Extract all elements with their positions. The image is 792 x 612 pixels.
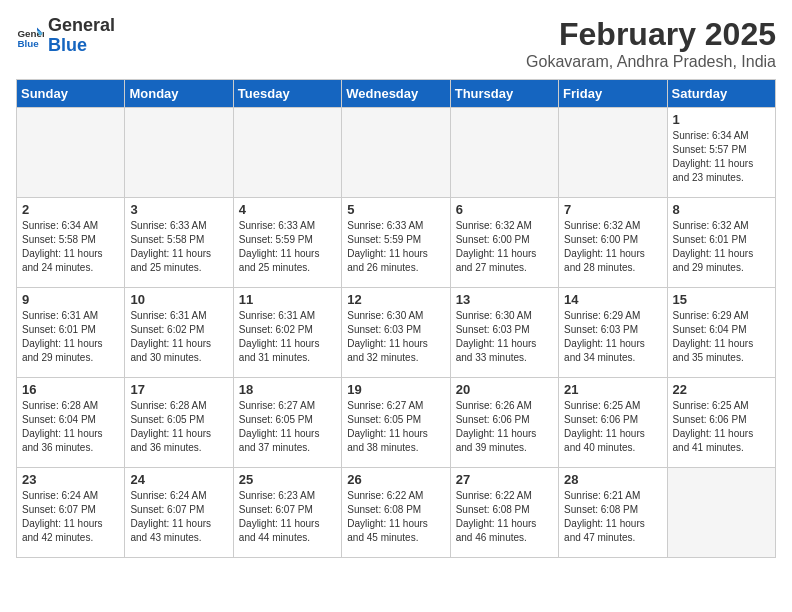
day-cell: 11Sunrise: 6:31 AM Sunset: 6:02 PM Dayli… (233, 288, 341, 378)
weekday-header-monday: Monday (125, 80, 233, 108)
day-info: Sunrise: 6:30 AM Sunset: 6:03 PM Dayligh… (456, 309, 553, 365)
week-row-4: 16Sunrise: 6:28 AM Sunset: 6:04 PM Dayli… (17, 378, 776, 468)
day-cell: 20Sunrise: 6:26 AM Sunset: 6:06 PM Dayli… (450, 378, 558, 468)
day-info: Sunrise: 6:29 AM Sunset: 6:03 PM Dayligh… (564, 309, 661, 365)
day-cell (17, 108, 125, 198)
day-number: 24 (130, 472, 227, 487)
day-number: 15 (673, 292, 770, 307)
day-info: Sunrise: 6:29 AM Sunset: 6:04 PM Dayligh… (673, 309, 770, 365)
day-cell (233, 108, 341, 198)
day-info: Sunrise: 6:26 AM Sunset: 6:06 PM Dayligh… (456, 399, 553, 455)
day-cell: 28Sunrise: 6:21 AM Sunset: 6:08 PM Dayli… (559, 468, 667, 558)
day-info: Sunrise: 6:28 AM Sunset: 6:04 PM Dayligh… (22, 399, 119, 455)
day-cell: 15Sunrise: 6:29 AM Sunset: 6:04 PM Dayli… (667, 288, 775, 378)
day-number: 16 (22, 382, 119, 397)
day-number: 9 (22, 292, 119, 307)
day-info: Sunrise: 6:31 AM Sunset: 6:01 PM Dayligh… (22, 309, 119, 365)
day-number: 27 (456, 472, 553, 487)
day-number: 17 (130, 382, 227, 397)
day-number: 22 (673, 382, 770, 397)
day-number: 3 (130, 202, 227, 217)
month-year: February 2025 (526, 16, 776, 53)
day-cell: 24Sunrise: 6:24 AM Sunset: 6:07 PM Dayli… (125, 468, 233, 558)
day-cell (450, 108, 558, 198)
day-cell: 13Sunrise: 6:30 AM Sunset: 6:03 PM Dayli… (450, 288, 558, 378)
week-row-1: 1Sunrise: 6:34 AM Sunset: 5:57 PM Daylig… (17, 108, 776, 198)
day-number: 25 (239, 472, 336, 487)
day-number: 8 (673, 202, 770, 217)
day-number: 4 (239, 202, 336, 217)
day-info: Sunrise: 6:24 AM Sunset: 6:07 PM Dayligh… (130, 489, 227, 545)
title-block: February 2025 Gokavaram, Andhra Pradesh,… (526, 16, 776, 71)
day-cell: 3Sunrise: 6:33 AM Sunset: 5:58 PM Daylig… (125, 198, 233, 288)
day-cell: 1Sunrise: 6:34 AM Sunset: 5:57 PM Daylig… (667, 108, 775, 198)
day-number: 21 (564, 382, 661, 397)
day-number: 2 (22, 202, 119, 217)
logo-icon: General Blue (16, 22, 44, 50)
day-cell: 9Sunrise: 6:31 AM Sunset: 6:01 PM Daylig… (17, 288, 125, 378)
day-info: Sunrise: 6:22 AM Sunset: 6:08 PM Dayligh… (347, 489, 444, 545)
day-cell (125, 108, 233, 198)
day-cell (342, 108, 450, 198)
day-info: Sunrise: 6:33 AM Sunset: 5:59 PM Dayligh… (347, 219, 444, 275)
week-row-5: 23Sunrise: 6:24 AM Sunset: 6:07 PM Dayli… (17, 468, 776, 558)
day-cell: 23Sunrise: 6:24 AM Sunset: 6:07 PM Dayli… (17, 468, 125, 558)
day-info: Sunrise: 6:27 AM Sunset: 6:05 PM Dayligh… (347, 399, 444, 455)
day-cell: 10Sunrise: 6:31 AM Sunset: 6:02 PM Dayli… (125, 288, 233, 378)
day-number: 6 (456, 202, 553, 217)
svg-text:Blue: Blue (17, 38, 39, 49)
day-cell: 22Sunrise: 6:25 AM Sunset: 6:06 PM Dayli… (667, 378, 775, 468)
weekday-header-saturday: Saturday (667, 80, 775, 108)
day-cell: 4Sunrise: 6:33 AM Sunset: 5:59 PM Daylig… (233, 198, 341, 288)
weekday-header-row: SundayMondayTuesdayWednesdayThursdayFrid… (17, 80, 776, 108)
day-info: Sunrise: 6:23 AM Sunset: 6:07 PM Dayligh… (239, 489, 336, 545)
weekday-header-tuesday: Tuesday (233, 80, 341, 108)
day-number: 14 (564, 292, 661, 307)
day-info: Sunrise: 6:33 AM Sunset: 5:59 PM Dayligh… (239, 219, 336, 275)
calendar: SundayMondayTuesdayWednesdayThursdayFrid… (16, 79, 776, 558)
day-info: Sunrise: 6:32 AM Sunset: 6:00 PM Dayligh… (456, 219, 553, 275)
day-info: Sunrise: 6:31 AM Sunset: 6:02 PM Dayligh… (130, 309, 227, 365)
day-number: 1 (673, 112, 770, 127)
day-cell: 8Sunrise: 6:32 AM Sunset: 6:01 PM Daylig… (667, 198, 775, 288)
day-cell (667, 468, 775, 558)
weekday-header-friday: Friday (559, 80, 667, 108)
day-cell: 19Sunrise: 6:27 AM Sunset: 6:05 PM Dayli… (342, 378, 450, 468)
weekday-header-wednesday: Wednesday (342, 80, 450, 108)
day-info: Sunrise: 6:34 AM Sunset: 5:58 PM Dayligh… (22, 219, 119, 275)
day-cell: 26Sunrise: 6:22 AM Sunset: 6:08 PM Dayli… (342, 468, 450, 558)
day-info: Sunrise: 6:25 AM Sunset: 6:06 PM Dayligh… (564, 399, 661, 455)
day-number: 10 (130, 292, 227, 307)
day-number: 19 (347, 382, 444, 397)
day-number: 7 (564, 202, 661, 217)
day-info: Sunrise: 6:24 AM Sunset: 6:07 PM Dayligh… (22, 489, 119, 545)
day-cell: 17Sunrise: 6:28 AM Sunset: 6:05 PM Dayli… (125, 378, 233, 468)
day-info: Sunrise: 6:32 AM Sunset: 6:01 PM Dayligh… (673, 219, 770, 275)
day-number: 13 (456, 292, 553, 307)
day-cell (559, 108, 667, 198)
day-cell: 25Sunrise: 6:23 AM Sunset: 6:07 PM Dayli… (233, 468, 341, 558)
day-info: Sunrise: 6:33 AM Sunset: 5:58 PM Dayligh… (130, 219, 227, 275)
day-number: 23 (22, 472, 119, 487)
day-number: 20 (456, 382, 553, 397)
day-cell: 14Sunrise: 6:29 AM Sunset: 6:03 PM Dayli… (559, 288, 667, 378)
logo-text: GeneralBlue (48, 16, 115, 56)
day-info: Sunrise: 6:25 AM Sunset: 6:06 PM Dayligh… (673, 399, 770, 455)
day-info: Sunrise: 6:27 AM Sunset: 6:05 PM Dayligh… (239, 399, 336, 455)
day-info: Sunrise: 6:22 AM Sunset: 6:08 PM Dayligh… (456, 489, 553, 545)
day-cell: 12Sunrise: 6:30 AM Sunset: 6:03 PM Dayli… (342, 288, 450, 378)
day-cell: 7Sunrise: 6:32 AM Sunset: 6:00 PM Daylig… (559, 198, 667, 288)
page-header: General Blue GeneralBlue February 2025 G… (16, 16, 776, 71)
week-row-2: 2Sunrise: 6:34 AM Sunset: 5:58 PM Daylig… (17, 198, 776, 288)
day-number: 12 (347, 292, 444, 307)
logo: General Blue GeneralBlue (16, 16, 115, 56)
day-number: 26 (347, 472, 444, 487)
day-info: Sunrise: 6:34 AM Sunset: 5:57 PM Dayligh… (673, 129, 770, 185)
day-number: 28 (564, 472, 661, 487)
day-info: Sunrise: 6:31 AM Sunset: 6:02 PM Dayligh… (239, 309, 336, 365)
day-info: Sunrise: 6:30 AM Sunset: 6:03 PM Dayligh… (347, 309, 444, 365)
day-cell: 27Sunrise: 6:22 AM Sunset: 6:08 PM Dayli… (450, 468, 558, 558)
location: Gokavaram, Andhra Pradesh, India (526, 53, 776, 71)
day-cell: 6Sunrise: 6:32 AM Sunset: 6:00 PM Daylig… (450, 198, 558, 288)
day-info: Sunrise: 6:32 AM Sunset: 6:00 PM Dayligh… (564, 219, 661, 275)
